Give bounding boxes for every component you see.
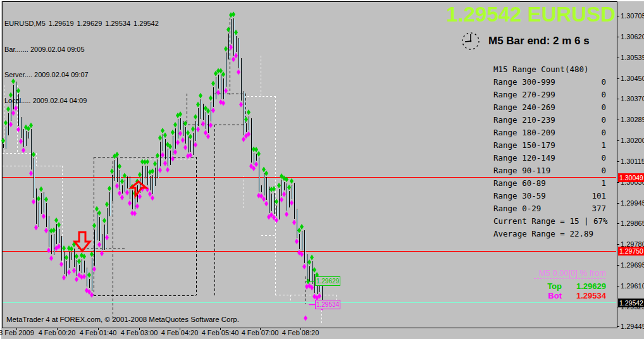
price-axis-tick: [617, 203, 619, 204]
signal-diamond: [95, 206, 99, 212]
range-panel-title: M15 Range Count(480): [493, 63, 606, 76]
high-value: 1.29629: [77, 20, 102, 27]
retracement-panel: M5 0.00[0] % from Top 1.29629 Bot 1.2953…: [492, 268, 606, 300]
signal-diamond: [206, 133, 210, 139]
signal-diamond: [247, 109, 251, 115]
price-axis-tick: [617, 140, 619, 141]
signal-diamond: [97, 242, 101, 247]
clock-icon: [460, 30, 481, 52]
quote-price: 1.29542: [446, 3, 521, 26]
retrace-bot-row: Bot 1.29534: [492, 291, 606, 300]
signal-diamond: [254, 147, 258, 152]
signal-diamond: [29, 123, 33, 128]
range-row: Range 240-2690: [493, 101, 606, 114]
signal-diamond: [161, 128, 164, 133]
range-row-value: 0: [601, 76, 606, 89]
retrace-top-row: Top 1.29629: [492, 281, 606, 291]
bar-time-line: Bar....... 2009.02.04 09:05: [4, 46, 162, 54]
signal-diamond: [181, 137, 185, 143]
signal-diamond: [29, 170, 33, 176]
price-axis-tick: [617, 223, 619, 224]
average-range-line: Average Range = 22.89: [493, 228, 606, 240]
signal-diamond: [163, 161, 167, 166]
price-axis-label: 1.29945: [621, 199, 644, 207]
price-badge: 1.30049: [618, 173, 644, 182]
range-row: Range 300-9990: [493, 76, 606, 89]
signal-diamond: [194, 114, 197, 120]
range-row-value: 0: [601, 101, 606, 114]
range-row-label: Range 120-149: [493, 152, 555, 164]
price-axis-label: 1.30620: [621, 33, 644, 40]
signal-diamond: [90, 292, 94, 298]
signal-diamond: [171, 130, 175, 135]
range-row-label: Range 60-89: [493, 177, 546, 190]
close-value: 1.29542: [133, 20, 159, 27]
signal-diamond: [285, 211, 288, 217]
range-row-label: Range 270-299: [493, 89, 555, 101]
price-axis-tick: [617, 326, 619, 327]
signal-diamond: [196, 102, 200, 108]
signal-diamond: [201, 121, 205, 126]
price-axis[interactable]: 1.307051.306201.305351.304501.303701.302…: [617, 0, 644, 339]
signal-diamond: [70, 246, 73, 252]
range-row: Range 120-1490: [493, 152, 606, 164]
range-row-label: Range 90-119: [493, 164, 550, 177]
signal-diamond: [4, 120, 8, 126]
bot-value: 1.29534: [562, 291, 606, 300]
signal-diamond: [59, 261, 63, 267]
signal-diamond: [239, 102, 243, 108]
signal-diamond: [204, 130, 207, 136]
price-axis-tick: [617, 244, 619, 245]
bar-timer: M5 Bar end: 2 m 6 s: [460, 30, 590, 52]
copyright-text: MetaTrader 4 at FOREX.com, © 2001-2008 M…: [6, 316, 239, 323]
price-axis-label: 1.30370: [621, 95, 644, 102]
time-axis[interactable]: 3 Feb 20094 Feb 00:204 Feb 01:404 Feb 03…: [0, 328, 617, 339]
signal-diamond: [183, 145, 187, 151]
signal-diamond: [295, 238, 299, 244]
price-axis-tick: [617, 120, 619, 120]
range-rows: Range 300-9990Range 270-2990Range 240-26…: [493, 76, 606, 215]
signal-diamond: [32, 199, 35, 205]
signal-diamond: [118, 190, 121, 196]
range-row-value: 0: [601, 89, 606, 101]
signal-diamond: [219, 68, 223, 74]
signal-diamond: [120, 195, 124, 200]
signal-diamond: [128, 200, 132, 206]
range-row-label: Range 0-29: [493, 202, 541, 215]
signal-diamond: [232, 56, 235, 62]
range-row-label: Range 180-209: [493, 126, 555, 139]
range-row-label: Range 30-59: [493, 190, 546, 202]
price-axis-tick: [617, 58, 619, 58]
signal-diamond: [102, 218, 106, 223]
range-row: Range 270-2990: [493, 89, 606, 101]
signal-diamond: [166, 167, 170, 173]
price-axis-tick: [617, 16, 619, 16]
quote-symbol: EURUSD: [528, 3, 616, 26]
range-row: Range 180-2090: [493, 126, 606, 139]
signal-diamond: [211, 80, 215, 86]
signal-diamond: [146, 159, 149, 164]
signal-diamond: [259, 194, 263, 199]
price-axis-label: 1.29865: [621, 219, 644, 227]
signal-diamond: [156, 153, 159, 159]
ohlc-line: EURUSD,M51.296191.296291.295341.29542: [4, 20, 162, 28]
price-axis-tick: [617, 265, 619, 266]
range-row: Range 60-891: [493, 177, 606, 190]
bot-price-tag: 1.29534: [315, 300, 340, 309]
signal-diamond: [237, 69, 240, 75]
signal-diamond: [90, 252, 94, 257]
signal-diamond: [262, 196, 266, 202]
signal-diamond: [199, 93, 202, 99]
price-axis-label: 1.30200: [621, 137, 644, 144]
signal-diamond: [158, 135, 162, 141]
window-edge-top: [0, 0, 644, 1]
range-row-label: Range 150-179: [493, 139, 555, 152]
price-axis-tick: [617, 78, 619, 79]
signal-diamond: [19, 139, 23, 144]
price-axis-label: 1.29445: [621, 323, 644, 330]
signal-diamond: [262, 166, 266, 172]
price-axis-label: 1.30115: [621, 157, 644, 165]
signal-diamond: [302, 264, 306, 269]
bar-timer-label: M5 Bar end: 2 m 6 s: [488, 35, 590, 47]
range-row: Range 30-59101: [493, 190, 606, 202]
